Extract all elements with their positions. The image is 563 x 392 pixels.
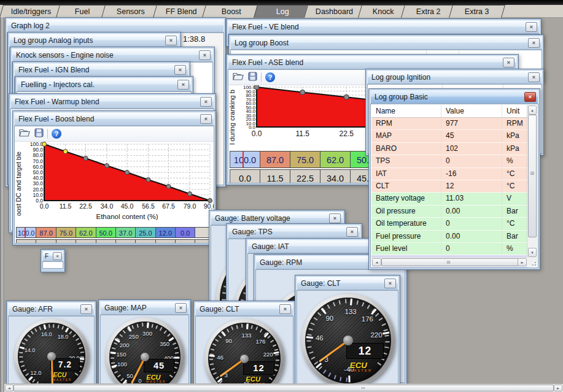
close-icon[interactable]: ×: [384, 279, 396, 288]
scroll-left-button[interactable]: ◄: [372, 258, 381, 266]
blend-value-cell[interactable]: 37.0: [115, 227, 136, 238]
chart-point[interactable]: [300, 90, 305, 94]
blend-value-cell[interactable]: 50.0: [96, 227, 116, 238]
close-icon[interactable]: ×: [279, 304, 291, 314]
scroll-left-button[interactable]: ◄: [5, 385, 14, 391]
window-titlebar[interactable]: Gauge: IAT: [247, 240, 386, 253]
close-icon[interactable]: ×: [200, 114, 212, 124]
tab-extra-3[interactable]: Extra 3: [449, 5, 505, 18]
scroll-up-button[interactable]: ▲: [528, 106, 537, 115]
blend-value-cell[interactable]: 87.0: [36, 227, 56, 238]
close-icon[interactable]: ×: [53, 252, 62, 260]
blend-axis-cell[interactable]: 22.5: [56, 239, 76, 244]
blend-value-cell[interactable]: 87.0: [260, 151, 290, 168]
blend-axis-cell[interactable]: 22.5: [290, 169, 320, 183]
close-icon[interactable]: ×: [80, 304, 92, 314]
window-titlebar[interactable]: Gauge: MAP ×: [100, 301, 189, 315]
tab-fuel[interactable]: Fuel: [56, 5, 109, 18]
close-icon[interactable]: ×: [200, 97, 212, 107]
chart-point[interactable]: [146, 177, 150, 182]
chart-point[interactable]: [188, 191, 192, 196]
window-titlebar[interactable]: Flex Fuel - Warmup blend ×: [10, 95, 214, 109]
blend-value-cell[interactable]: 0.0: [175, 227, 195, 238]
blend-axis-cell[interactable]: 56.5: [115, 239, 136, 244]
blend-axis-cell[interactable]: 11.5: [260, 169, 290, 183]
window-titlebar[interactable]: Gauge: CLT ×: [195, 302, 293, 316]
blend-axis-cell[interactable]: 45.0: [96, 239, 116, 244]
blend-value-cell[interactable]: 12.0: [155, 227, 176, 238]
save-icon[interactable]: [34, 128, 44, 140]
blend-axis-cell[interactable]: 11.5: [36, 239, 56, 244]
scroll-thumb[interactable]: [14, 385, 554, 391]
window-titlebar[interactable]: Knock sensors - Engine noise ×: [12, 48, 213, 62]
tab-dashboard[interactable]: Dashboard: [304, 5, 365, 18]
chart-point[interactable]: [105, 163, 109, 167]
blend-value-cell[interactable]: 100.0: [16, 227, 36, 238]
blend-axis-cell[interactable]: 0.0: [16, 239, 36, 244]
scroll-thumb[interactable]: [528, 115, 537, 237]
table-row[interactable]: IAT-16°C: [371, 168, 527, 180]
table-row[interactable]: Fuel pressure0.00Bar: [371, 231, 527, 243]
scroll-thumb[interactable]: [381, 258, 519, 266]
window-titlebar[interactable]: Gauge: TPS ×: [228, 225, 360, 239]
table-row[interactable]: Fuel level0%: [371, 243, 527, 255]
folder-open-icon[interactable]: [232, 72, 244, 83]
workspace-horizontal-scrollbar[interactable]: ◄ ►: [4, 383, 563, 392]
scroll-right-button[interactable]: ►: [554, 385, 562, 391]
horizontal-scrollbar[interactable]: ◄ ►: [371, 257, 527, 267]
table-row[interactable]: RPM977RPM: [371, 118, 527, 130]
vertical-scrollbar[interactable]: ▲ ▼: [527, 105, 537, 258]
tab-idle-triggers[interactable]: Idle/triggers: [0, 5, 63, 18]
blend-axis-cell[interactable]: 0.0: [230, 169, 260, 183]
close-icon[interactable]: ×: [174, 65, 186, 75]
gauge-needle[interactable]: [51, 356, 53, 385]
blend-axis-cell[interactable]: 34.0: [320, 169, 351, 183]
blend-axis-cell[interactable]: 79.0: [155, 239, 176, 244]
table-row[interactable]: Battery voltage11.03V: [371, 193, 527, 205]
window-titlebar[interactable]: Log group Basic ×: [370, 90, 538, 104]
column-header[interactable]: Name: [371, 105, 441, 117]
window-titlebar[interactable]: Flex Fuel - ASE blend ×: [228, 56, 517, 69]
table-row[interactable]: MAP45kPa: [371, 130, 527, 142]
blend-value-cell[interactable]: 75.0: [56, 227, 76, 238]
close-icon[interactable]: ×: [177, 80, 189, 90]
close-icon[interactable]: ×: [526, 22, 537, 32]
chart-point[interactable]: [344, 94, 349, 99]
blend-axis-cell[interactable]: 90.0: [175, 239, 195, 244]
blend-value-cell[interactable]: 62.0: [76, 227, 96, 238]
blend-value-cell[interactable]: 100.0: [230, 151, 260, 168]
close-icon[interactable]: ×: [528, 38, 540, 48]
blend-axis-cell[interactable]: 34.0: [76, 239, 96, 244]
blend-value-cell[interactable]: 25.0: [135, 227, 155, 238]
tab-sensors[interactable]: Sensors: [101, 5, 160, 18]
help-icon[interactable]: ?: [52, 129, 61, 139]
table-row[interactable]: TPS0%: [371, 155, 527, 167]
save-icon[interactable]: [248, 72, 257, 83]
close-icon[interactable]: ×: [528, 72, 540, 82]
chart-point[interactable]: [63, 149, 68, 153]
close-icon[interactable]: ×: [165, 36, 177, 45]
window-titlebar[interactable]: Log group Ignition ×: [367, 71, 542, 84]
close-icon[interactable]: ×: [175, 303, 187, 313]
window-titlebar[interactable]: Gauge: AFR ×: [8, 302, 95, 316]
window-titlebar[interactable]: Graph log 2: [7, 19, 224, 33]
close-icon[interactable]: ×: [503, 58, 514, 67]
close-icon[interactable]: ×: [199, 50, 211, 60]
scroll-right-button[interactable]: ►: [518, 258, 527, 266]
close-icon[interactable]: ×: [524, 92, 536, 102]
blend-axis-cell[interactable]: 67.5: [135, 239, 155, 244]
blend-value-cell[interactable]: 75.0: [290, 151, 320, 168]
close-icon[interactable]: ×: [329, 213, 341, 223]
window-titlebar[interactable]: Log group Boost ×: [230, 36, 542, 50]
table-row[interactable]: BARO102kPa: [371, 143, 527, 155]
tab-extra-2[interactable]: Extra 2: [401, 5, 456, 18]
table-row[interactable]: CLT12°C: [371, 180, 527, 193]
chart-point[interactable]: [125, 171, 130, 175]
column-header[interactable]: Unit: [502, 105, 527, 117]
chart-point[interactable]: [83, 156, 88, 161]
tab-log[interactable]: Log: [254, 5, 311, 18]
chart-point[interactable]: [254, 85, 259, 90]
help-icon[interactable]: ?: [265, 72, 275, 82]
table-row[interactable]: Oil pressure0.00Bar: [371, 206, 527, 218]
column-header[interactable]: Value: [441, 105, 502, 117]
